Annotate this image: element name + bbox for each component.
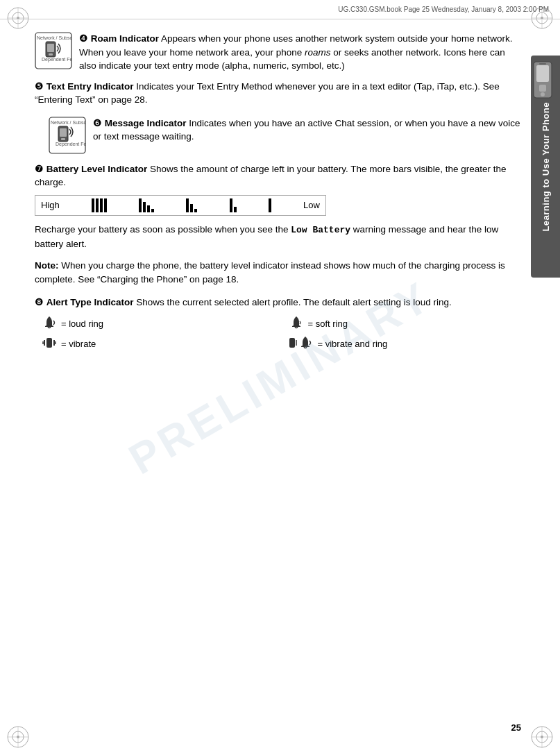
svg-rect-37: [46, 338, 52, 348]
roam-italic: roams: [305, 47, 331, 58]
message-section: Network / Subscription Dependent Feature…: [35, 117, 521, 154]
soft-ring-icon: [289, 315, 304, 332]
vibrate-text: = vibrate: [61, 339, 96, 349]
svg-rect-30: [49, 53, 53, 56]
recharge-text1: Recharge your battery as soon as possibl…: [35, 224, 291, 235]
message-text: ❻ Message Indicator Indicates when you h…: [93, 117, 521, 144]
message-icon-badge: Network / Subscription Dependent Feature: [49, 117, 86, 154]
main-content: Network / Subscription Dependent Feature…: [35, 25, 521, 720]
page-number: 25: [511, 722, 521, 733]
loud-ring-icon: [42, 315, 57, 332]
svg-text:Dependent Feature: Dependent Feature: [42, 57, 72, 62]
alert-section: ❽ Alert Type Indicator Shows the current…: [35, 296, 521, 353]
battery-section: ❼ Battery Level Indicator Shows the amou…: [35, 162, 521, 287]
recharge-text: Recharge your battery as soon as possibl…: [35, 223, 521, 251]
corner-decoration-br: [529, 724, 554, 749]
message-number: ❻: [93, 118, 102, 128]
soft-ring-text: = soft ring: [308, 319, 348, 329]
vibrate-icon: [42, 335, 57, 353]
alert-loud-ring: = loud ring: [42, 315, 275, 332]
note-text: Note: When you charge the phone, the bat…: [35, 259, 521, 286]
svg-rect-42: [289, 338, 295, 348]
alert-body: Shows the current selected alert profile…: [136, 297, 452, 307]
svg-rect-24: [539, 63, 546, 65]
svg-rect-21: [536, 65, 549, 82]
message-title: Message Indicator: [105, 118, 187, 128]
text-entry-title: Text Entry Indicator: [46, 81, 134, 92]
battery-number: ❼: [35, 164, 44, 174]
battery-bars-row: High Low: [35, 195, 326, 216]
phone-icon: [529, 61, 556, 99]
vibrate-ring-icon: [289, 335, 314, 353]
svg-text:Network / Subscription: Network / Subscription: [37, 35, 72, 41]
svg-text:Dependent Feature: Dependent Feature: [56, 142, 86, 147]
alert-soft-ring: = soft ring: [289, 315, 522, 332]
svg-text:Network / Subscription: Network / Subscription: [51, 120, 86, 126]
low-label: Low: [303, 200, 320, 210]
battery-bar-full: [92, 198, 107, 212]
battery-bar-high: [139, 198, 154, 212]
roam-number: ❹: [79, 33, 88, 44]
corner-decoration-bl: [6, 724, 31, 749]
text-entry-section: ❺ Text Entry Indicator Indicates your Te…: [35, 80, 521, 107]
text-entry-number: ❺: [35, 81, 44, 92]
svg-point-23: [541, 92, 545, 96]
note-bold: Note:: [35, 260, 59, 271]
svg-rect-35: [60, 128, 67, 137]
text-entry-text: ❺ Text Entry Indicator Indicates your Te…: [35, 80, 521, 107]
roam-section: Network / Subscription Dependent Feature…: [35, 32, 521, 73]
roam-text: ❹ Roam Indicator Appears when your phone…: [79, 32, 521, 73]
note-body: When you charge the phone, the battery l…: [35, 260, 505, 285]
battery-title: Battery Level Indicator: [46, 164, 148, 174]
battery-bar-mid: [186, 198, 197, 212]
svg-rect-22: [539, 85, 546, 92]
roam-icon-badge: Network / Subscription Dependent Feature: [35, 32, 72, 69]
high-label: High: [41, 200, 60, 210]
battery-bar-low: [230, 198, 237, 212]
roam-title: Roam Indicator: [91, 33, 159, 44]
top-bar: UG.C330.GSM.book Page 25 Wednesday, Janu…: [0, 0, 560, 19]
battery-title-text: ❼ Battery Level Indicator Shows the amou…: [35, 162, 521, 189]
recharge-code: Low Battery: [291, 225, 350, 235]
alert-icons-grid: = loud ring = soft ring: [42, 315, 521, 353]
alert-vibrate-ring: = vibrate and ring: [289, 335, 522, 353]
vibrate-ring-text: = vibrate and ring: [318, 339, 388, 349]
alert-title: Alert Type Indicator: [46, 297, 134, 307]
alert-title-text: ❽ Alert Type Indicator Shows the current…: [35, 296, 521, 309]
top-bar-text: UG.C330.GSM.book Page 25 Wednesday, Janu…: [338, 6, 549, 13]
svg-rect-36: [61, 138, 65, 140]
battery-bar-empty: [269, 198, 271, 212]
sidebar-label: Learning to Use Your Phone: [541, 102, 551, 232]
svg-rect-29: [47, 44, 54, 52]
loud-ring-text: = loud ring: [61, 319, 103, 329]
alert-vibrate: = vibrate: [42, 335, 275, 353]
alert-number: ❽: [35, 297, 44, 307]
